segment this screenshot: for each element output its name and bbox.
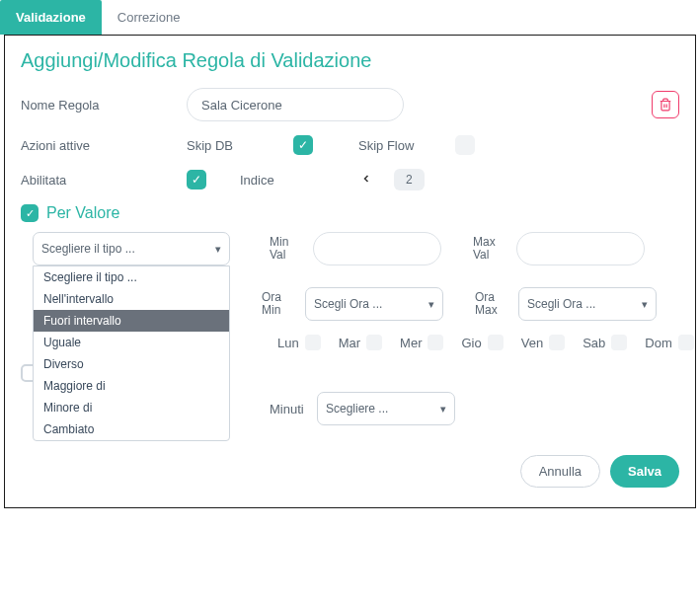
check-mer[interactable] [428,335,443,350]
day-sab: Sab [583,336,605,350]
select-ora-min-text: Scegli Ora ... [314,297,382,311]
day-mer: Mer [400,336,422,350]
label-minuti: Minuti [270,402,309,417]
dropdown-tipo-valore: Scegliere il tipo ...Nell'intervalloFuor… [33,265,230,441]
label-ora-min: Ora Min [262,291,297,317]
section-per-valore: Per Valore [46,204,119,222]
check-dom[interactable] [678,335,694,350]
cancel-button[interactable]: Annulla [520,455,600,488]
min-val-input[interactable] [313,232,441,265]
trash-icon [659,98,672,112]
label-ora-max: Ora Max [475,291,510,317]
day-lun: Lun [277,336,299,350]
label-nome-regola: Nome Regola [21,98,179,113]
dropdown-option[interactable]: Cambiato [34,418,229,440]
dropdown-option[interactable]: Scegliere il tipo ... [34,266,229,288]
dropdown-option[interactable]: Maggiore di [34,375,229,397]
check-sab[interactable] [611,335,627,350]
label-azioni-attive: Azioni attive [21,138,179,153]
check-mar[interactable] [366,335,382,350]
label-indice: Indice [240,173,339,188]
chevron-down-icon: ▾ [642,298,648,311]
dropdown-option[interactable]: Diverso [34,353,229,375]
label-min-val: Min Val [270,236,305,262]
select-ora-max[interactable]: Scegli Ora ... ▾ [518,287,657,321]
select-minuti-text: Scegliere ... [326,402,388,416]
label-abilitata: Abilitata [21,173,179,188]
chevron-down-icon: ▾ [428,298,434,311]
select-minuti[interactable]: Scegliere ... ▾ [317,392,455,425]
tabs: Validazione Correzione [0,0,700,35]
check-gio[interactable] [488,335,504,350]
toggle-per-valore[interactable]: ✓ [21,204,39,222]
day-dom: Dom [645,336,671,350]
day-gio: Gio [461,336,481,350]
label-max-val: Max Val [473,236,508,262]
day-ven: Ven [521,336,543,350]
select-ora-min[interactable]: Scegli Ora ... ▾ [305,287,443,321]
select-tipo-valore[interactable]: Scegliere il tipo ... ▾ [33,232,230,265]
checkbox-abilitata[interactable]: ✓ [187,170,206,189]
validation-panel: Aggiungi/Modifica Regola di Validazione … [4,35,696,508]
checkbox-skip-flow[interactable] [455,135,475,155]
dropdown-option[interactable]: Nell'intervallo [34,288,229,310]
indice-value: 2 [394,169,425,190]
chevron-left-icon [360,173,372,185]
dropdown-option[interactable]: Uguale [34,332,229,353]
tab-correzione[interactable]: Correzione [102,0,196,35]
indice-prev[interactable] [347,171,386,189]
label-skip-flow: Skip Flow [358,138,447,153]
days-row: Lun Mar Mer Gio Ven Sab Dom [277,335,679,350]
nome-regola-input[interactable] [187,88,404,121]
chevron-down-icon: ▾ [215,243,221,256]
checkbox-skip-db[interactable]: ✓ [293,135,313,155]
dropdown-option[interactable]: Minore di [34,397,229,418]
save-button[interactable]: Salva [610,455,679,488]
check-lun[interactable] [305,335,321,350]
tab-validazione[interactable]: Validazione [0,0,102,35]
delete-rule-button[interactable] [652,91,679,118]
check-ven[interactable] [549,335,565,350]
dropdown-option[interactable]: Fuori intervallo [34,310,229,332]
day-mar: Mar [339,336,360,350]
select-ora-max-text: Scegli Ora ... [527,297,595,311]
label-skip-db: Skip DB [187,138,285,153]
select-tipo-valore-text: Scegliere il tipo ... [41,242,135,256]
chevron-down-icon: ▾ [440,403,446,416]
max-val-input[interactable] [516,232,645,265]
page-title: Aggiungi/Modifica Regola di Validazione [21,49,679,72]
